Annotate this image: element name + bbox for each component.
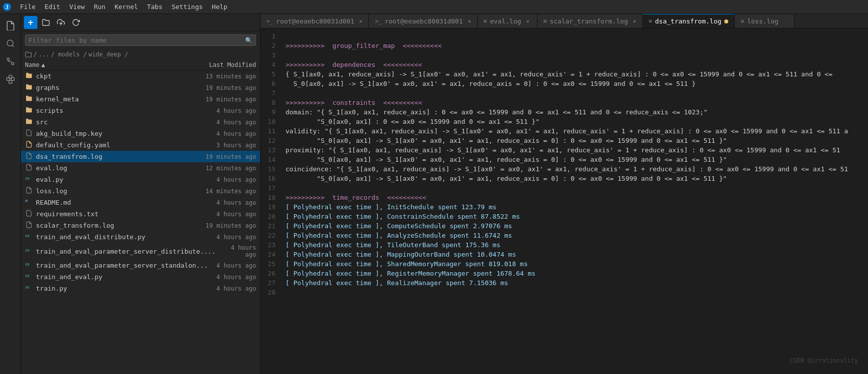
txt-icon xyxy=(25,210,33,218)
list-item[interactable]: default_config.yaml 3 hours ago xyxy=(21,139,260,151)
search-icon: 🔍 xyxy=(245,37,253,44)
menu-kernel[interactable]: Kernel xyxy=(110,2,142,11)
menu-help[interactable]: Help xyxy=(208,2,231,11)
folder-icon xyxy=(25,95,33,103)
breadcrumb-root[interactable]: / xyxy=(33,51,37,58)
file-time: 4 hours ago xyxy=(191,285,256,292)
python-icon: py xyxy=(25,284,33,293)
search-input[interactable] xyxy=(28,36,243,44)
list-item[interactable]: scalar_transform.log 19 minutes ago xyxy=(21,220,260,231)
list-item[interactable]: py train_and_eval_distribute.py 4 hours … xyxy=(21,231,260,243)
log-icon xyxy=(25,187,33,195)
tab-eval.log[interactable]: ≡ eval.log ✕ xyxy=(478,14,538,28)
menu-tabs[interactable]: Tabs xyxy=(143,2,166,11)
column-name[interactable]: Name ▲ xyxy=(25,61,191,68)
menu-view[interactable]: View xyxy=(65,2,89,11)
svg-text:py: py xyxy=(25,234,29,238)
list-item[interactable]: py train_and_eval_parameter_server_stand… xyxy=(21,260,260,271)
list-item[interactable]: py train.py 4 hours ago xyxy=(21,283,260,294)
code-line: coincidence: "{ S_1[ax0, ax1, reduce_axi… xyxy=(286,164,868,174)
tab-label: loss.log xyxy=(747,17,779,25)
line-number: 16 xyxy=(261,174,281,183)
code-line: >>>>>>>>>> group_filter_map <<<<<<<<<< xyxy=(286,41,868,50)
file-time: 14 minutes ago xyxy=(191,188,256,195)
line-number: 6 xyxy=(261,79,281,88)
breadcrumb-models[interactable]: / models / xyxy=(51,51,87,58)
tab-loss.log[interactable]: ≡ loss.log xyxy=(735,14,795,28)
new-file-button[interactable]: + xyxy=(24,16,37,29)
menu-file[interactable]: File xyxy=(16,2,39,11)
search-box[interactable]: 🔍 xyxy=(25,34,256,46)
line-number: 17 xyxy=(261,183,281,193)
breadcrumb-ellipsis[interactable]: ... xyxy=(38,51,49,58)
line-number: 20 xyxy=(261,212,281,221)
key-icon xyxy=(25,129,33,138)
svg-rect-9 xyxy=(9,80,12,83)
code-line xyxy=(286,31,868,41)
code-line: proximity: "{ S_1[ax0, ax1, reduce_axis]… xyxy=(286,145,868,155)
upload-button[interactable] xyxy=(54,16,67,29)
menu-edit[interactable]: Edit xyxy=(40,2,64,11)
list-item[interactable]: ckpt 13 minutes ago xyxy=(21,70,260,82)
file-name: requirements.txt xyxy=(36,210,188,218)
python-icon: py xyxy=(25,233,33,241)
activity-git[interactable] xyxy=(3,54,18,69)
file-time: 4 hours ago xyxy=(191,130,256,137)
svg-text:py: py xyxy=(25,176,29,180)
list-item[interactable]: dsa_transfrom.log 19 minutes ago xyxy=(21,151,260,162)
log-icon xyxy=(25,221,33,230)
list-item[interactable]: M README.md 4 hours ago xyxy=(21,197,260,208)
list-item[interactable]: eval.log 12 minutes ago xyxy=(21,162,260,174)
file-name: train_and_eval_parameter_server_standalo… xyxy=(36,262,208,269)
refresh-button[interactable] xyxy=(69,16,82,29)
menu-run[interactable]: Run xyxy=(90,2,109,11)
list-item[interactable]: py eval.py 4 hours ago xyxy=(21,174,260,185)
line-number: 9 xyxy=(261,107,281,117)
python-icon: py xyxy=(25,273,33,281)
code-line: [ Polyhedral exec time ], ComputeSchedul… xyxy=(286,221,868,231)
file-name: scalar_transform.log xyxy=(36,222,188,229)
folder-icon xyxy=(25,106,33,115)
tab-label: root@eeaebc80031d001 xyxy=(276,17,354,25)
list-item[interactable]: py train_and_eval_parameter_server_distr… xyxy=(21,243,260,260)
code-line xyxy=(286,288,868,297)
code-line: [ Polyhedral exec time ], InitSchedule s… xyxy=(286,202,868,212)
menu-bar: J File Edit View Run Kernel Tabs Setting… xyxy=(0,0,868,14)
list-item[interactable]: requirements.txt 4 hours ago xyxy=(21,208,260,220)
tab-close-button[interactable]: ✕ xyxy=(633,18,636,24)
tab-root@eeaebc80031d001[interactable]: >_ root@eeaebc80031d001 ✕ xyxy=(369,14,477,28)
code-line: >>>>>>>>>> dependences <<<<<<<<<< xyxy=(286,60,868,69)
list-item[interactable]: py train_and_eval.py 4 hours ago xyxy=(21,271,260,283)
file-time: 3 hours ago xyxy=(191,142,256,149)
editor-content[interactable]: 1234567891011121314151617181920212223242… xyxy=(261,28,868,374)
code-area[interactable]: >>>>>>>>>> group_filter_map <<<<<<<<<<>>… xyxy=(281,28,868,374)
tab-close-button[interactable]: ✕ xyxy=(359,18,363,24)
activity-extensions[interactable] xyxy=(3,72,18,87)
tab-close-button[interactable]: ✕ xyxy=(468,18,471,24)
list-item[interactable]: scripts 4 hours ago xyxy=(21,105,260,116)
tab-root@eeaebc80031d001[interactable]: >_ root@eeaebc80031d001 ✕ xyxy=(261,14,369,28)
list-item[interactable]: src 4 hours ago xyxy=(21,116,260,128)
tab-label: scalar_transform.log xyxy=(550,17,628,25)
line-number: 7 xyxy=(261,88,281,98)
folder-icon xyxy=(25,72,33,80)
new-folder-button[interactable] xyxy=(39,16,52,29)
list-item[interactable]: akg_build_tmp.key 4 hours ago xyxy=(21,128,260,139)
yaml-icon xyxy=(25,141,33,149)
activity-search[interactable] xyxy=(3,36,18,51)
svg-point-5 xyxy=(7,58,9,60)
tab-dsa_transfrom.log[interactable]: ≡ dsa_transfrom.log xyxy=(643,14,735,28)
tab-scalar_transform.log[interactable]: ≡ scalar_transform.log ✕ xyxy=(538,14,643,28)
list-item[interactable]: graphs 19 minutes ago xyxy=(21,82,260,93)
tab-file-icon: ≡ xyxy=(649,18,652,24)
tab-close-button[interactable]: ✕ xyxy=(526,18,530,24)
code-line: [ Polyhedral exec time ], TileOuterBand … xyxy=(286,240,868,250)
menu-settings[interactable]: Settings xyxy=(168,2,207,11)
activity-files[interactable] xyxy=(3,18,18,33)
list-item[interactable]: loss.log 14 minutes ago xyxy=(21,185,260,197)
line-number: 23 xyxy=(261,240,281,250)
list-item[interactable]: kernel_meta 19 minutes ago xyxy=(21,93,260,105)
line-number: 25 xyxy=(261,259,281,269)
tab-file-icon: ≡ xyxy=(544,18,547,24)
breadcrumb-wide-deep[interactable]: wide_deep / xyxy=(88,51,128,58)
